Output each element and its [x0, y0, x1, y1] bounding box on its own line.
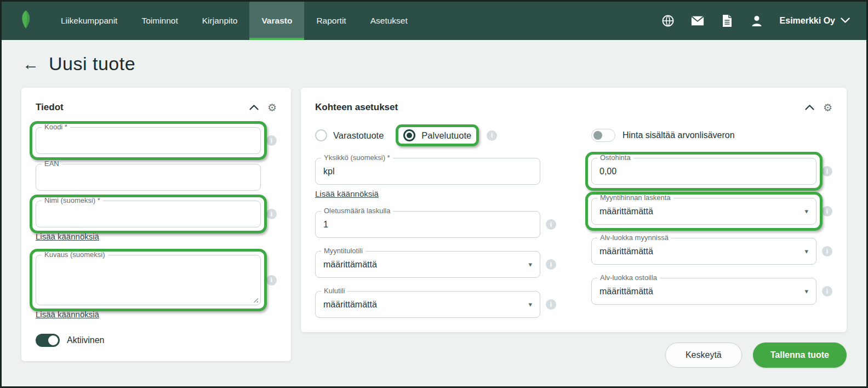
vat-toggle-label: Hinta sisältää arvonlisäveron: [623, 130, 735, 140]
nimi-translations-link[interactable]: Lisää käännöksiä: [36, 232, 99, 241]
tiedot-card: Tiedot ⚙ Koodi *: [21, 88, 291, 361]
nimi-field-label: Nimi (suomeksi) *: [42, 196, 103, 204]
myyntihinnan-laskenta-dropdown[interactable]: Myyntihinnan laskenta määrittämättä ▾: [591, 198, 816, 225]
company-name: Esimerkki Oy: [780, 16, 835, 26]
info-icon[interactable]: i: [266, 275, 277, 286]
info-icon[interactable]: i: [546, 299, 556, 310]
info-icon[interactable]: i: [266, 135, 277, 146]
ean-field[interactable]: EAN: [36, 164, 261, 191]
info-icon[interactable]: i: [546, 219, 556, 230]
caret-down-icon: ▾: [804, 207, 808, 215]
nimi-field[interactable]: Nimi (suomeksi) *: [36, 201, 261, 227]
aktiivinen-toggle[interactable]: [36, 334, 60, 347]
radio-varastotuote-label: Varastotuote: [333, 130, 384, 141]
page-header: ← Uusi tuote: [22, 53, 866, 75]
myyntitulotili-dropdown[interactable]: Myyntitulotili määrittämättä ▾: [315, 251, 540, 278]
myyntihinnan-laskenta-value: määrittämättä: [599, 207, 653, 216]
app-window: Liikekumppanit Toiminnot Kirjanpito Vara…: [0, 0, 868, 388]
ostohinta-field-value: 0,00: [599, 167, 616, 176]
save-product-button[interactable]: Tallenna tuote: [753, 343, 847, 368]
alv-luokka-ostoilla-label: Alv-luokka ostoilla: [597, 273, 660, 282]
chevron-down-icon: [841, 16, 850, 26]
leaf-logo-icon: [16, 9, 35, 33]
radio-palvelutuote-label: Palvelutuote: [421, 130, 471, 141]
nav-menu: Liikekumppanit Toiminnot Kirjanpito Vara…: [49, 2, 420, 40]
nav-item-toiminnot[interactable]: Toiminnot: [129, 2, 190, 40]
radio-varastotuote[interactable]: Varastotuote: [315, 129, 384, 141]
info-icon[interactable]: i: [822, 246, 832, 256]
resize-handle[interactable]: [253, 297, 258, 303]
nav-item-varasto[interactable]: Varasto: [249, 2, 304, 40]
kulutili-dropdown[interactable]: Kulutili määrittämättä ▾: [315, 291, 540, 318]
tiedot-card-title: Tiedot: [36, 102, 64, 113]
globe-icon[interactable]: [661, 14, 675, 27]
collapse-chevron-up-icon[interactable]: [249, 105, 259, 110]
collapse-chevron-up-icon[interactable]: [805, 105, 814, 110]
nav-item-asetukset[interactable]: Asetukset: [358, 2, 420, 40]
nav-utilities: Esimerkki Oy: [661, 2, 866, 40]
oletusmaara-field[interactable]: Oletusmäärä laskulla 1: [315, 211, 540, 238]
ean-field-label: EAN: [42, 159, 62, 168]
document-icon[interactable]: [721, 14, 734, 27]
back-arrow-icon[interactable]: ←: [22, 56, 39, 72]
main-content: Tiedot ⚙ Koodi *: [21, 88, 847, 368]
myyntitulotili-label: Myyntitulotili: [321, 247, 366, 255]
top-navigation: Liikekumppanit Toiminnot Kirjanpito Vara…: [2, 2, 866, 40]
info-icon[interactable]: i: [487, 130, 497, 141]
yksikko-field[interactable]: Yksikkö (suomeksi) * kpl: [315, 158, 540, 185]
ostohinta-field[interactable]: Ostohinta 0,00: [591, 158, 816, 185]
radio-palvelutuote[interactable]: Palvelutuote: [403, 129, 471, 141]
nav-item-liikekumppanit[interactable]: Liikekumppanit: [49, 2, 129, 40]
aktiivinen-toggle-row: Aktiivinen: [36, 334, 277, 347]
caret-down-icon: ▾: [528, 260, 532, 269]
toggle-knob: [48, 335, 58, 345]
alv-luokka-myynnissa-label: Alv-luokka myynnissä: [597, 233, 671, 242]
info-icon[interactable]: i: [822, 166, 832, 176]
alv-luokka-myynnissa-value: määrittämättä: [599, 247, 653, 256]
info-icon[interactable]: i: [822, 206, 832, 216]
kohteen-asetukset-card: Kohteen asetukset ⚙: [301, 88, 847, 332]
radio-circle-icon: [315, 129, 327, 141]
vat-toggle-row: Hinta sisältää arvonlisäveron: [591, 127, 832, 144]
ostohinta-field-label: Ostohinta: [597, 153, 633, 162]
yksikko-field-label: Yksikkö (suomeksi) *: [321, 153, 393, 162]
user-icon[interactable]: [750, 14, 763, 27]
alv-luokka-ostoilla-value: määrittämättä: [599, 287, 653, 296]
kuvaus-field-label: Kuvaus (suomeksi): [42, 250, 108, 259]
kulutili-label: Kulutili: [321, 287, 347, 295]
asetukset-card-title: Kohteen asetukset: [315, 102, 398, 113]
aktiivinen-toggle-label: Aktiivinen: [67, 335, 104, 345]
info-icon[interactable]: i: [546, 259, 556, 270]
mail-icon[interactable]: [691, 14, 704, 27]
oletusmaara-field-label: Oletusmäärä laskulla: [321, 207, 393, 215]
info-icon[interactable]: i: [266, 209, 277, 219]
radio-selected-icon: [403, 129, 415, 141]
yksikko-field-value: kpl: [323, 167, 334, 176]
myyntitulotili-value: määrittämättä: [323, 260, 377, 270]
alv-luokka-ostoilla-dropdown[interactable]: Alv-luokka ostoilla määrittämättä ▾: [591, 278, 816, 305]
company-selector[interactable]: Esimerkki Oy: [780, 16, 850, 26]
caret-down-icon: ▾: [528, 300, 532, 309]
myyntihinnan-laskenta-label: Myyntihinnan laskenta: [597, 193, 673, 202]
gear-icon[interactable]: ⚙: [823, 102, 832, 113]
oletusmaara-field-value: 1: [323, 220, 328, 230]
page-title: Uusi tuote: [49, 53, 135, 75]
product-type-radio-group: Varastotuote Palvelutuote: [315, 127, 471, 144]
nav-item-raportit[interactable]: Raportit: [304, 2, 358, 40]
nav-item-kirjanpito[interactable]: Kirjanpito: [190, 2, 250, 40]
toggle-knob: [593, 131, 602, 140]
app-logo[interactable]: [2, 2, 49, 40]
koodi-field[interactable]: Koodi *: [36, 127, 261, 154]
caret-down-icon: ▾: [804, 247, 808, 255]
kuvaus-textarea[interactable]: Kuvaus (suomeksi): [36, 255, 261, 305]
vat-toggle[interactable]: [591, 129, 615, 142]
alv-luokka-myynnissa-dropdown[interactable]: Alv-luokka myynnissä määrittämättä ▾: [591, 238, 816, 265]
koodi-field-label: Koodi *: [42, 123, 70, 131]
kuvaus-translations-link[interactable]: Lisää käännöksiä: [36, 310, 99, 319]
cancel-button[interactable]: Keskeytä: [665, 343, 742, 368]
caret-down-icon: ▾: [804, 287, 808, 295]
yksikko-translations-link[interactable]: Lisää käännöksiä: [315, 189, 379, 198]
gear-icon[interactable]: ⚙: [267, 102, 277, 113]
info-icon[interactable]: i: [822, 286, 832, 296]
kulutili-value: määrittämättä: [323, 300, 377, 310]
